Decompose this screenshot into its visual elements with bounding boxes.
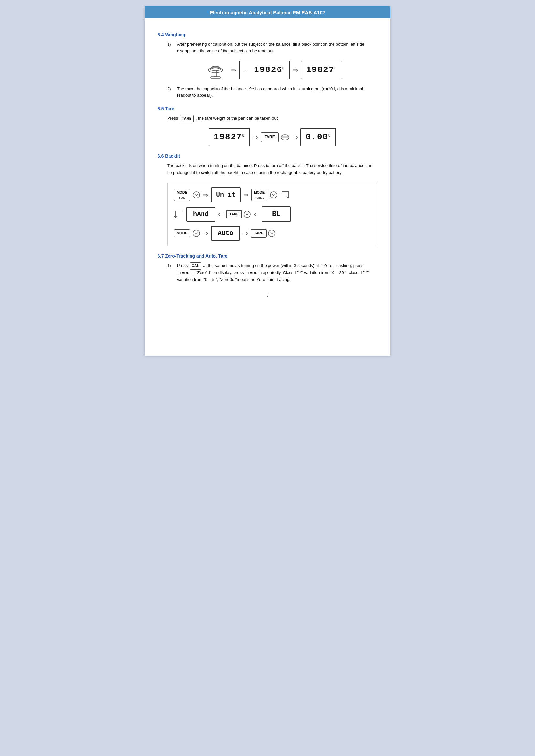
list-num-67-1: 1) xyxy=(167,262,174,283)
tare-button-67-2: TARE xyxy=(245,270,259,277)
svg-point-11 xyxy=(270,192,277,198)
arrow-bl-4: ⇒ xyxy=(254,209,259,220)
circle-icon-1 xyxy=(192,191,200,199)
circle-icon-4 xyxy=(192,230,200,237)
display-65-after: 0.00g xyxy=(300,128,336,147)
list-num-2: 2) xyxy=(167,86,174,99)
section-65-title: 6.5 Tare xyxy=(157,106,378,111)
backlit-desc: The backlit is on when turning on the ba… xyxy=(167,163,378,176)
arrow-bl-6: ⇒ xyxy=(242,228,248,238)
circle-icon-5 xyxy=(268,230,276,237)
arrow-1: ⇒ xyxy=(231,65,237,75)
section-67-title: 6.7 Zero-Tracking and Auto. Tare xyxy=(157,254,378,258)
display-65-before: 19827g xyxy=(209,128,250,147)
display-unit: Un it xyxy=(211,187,241,202)
mode-btn-1: MODE 3 sec xyxy=(174,189,190,201)
backlit-diagram: MODE 3 sec ⇒ Un it ⇒ MODE 4 times xyxy=(167,182,378,246)
balance-icon xyxy=(203,61,228,80)
cal-button: CAL xyxy=(189,262,202,270)
section-64-body: 1) After preheating or calibration, put … xyxy=(167,41,378,99)
backlit-row1: MODE 3 sec ⇒ Un it ⇒ MODE 4 times xyxy=(174,187,371,202)
arrow-2: ⇒ xyxy=(293,65,298,75)
display-64-1: . 19826g xyxy=(239,61,291,79)
arrow-65-2: ⇒ xyxy=(293,132,298,143)
circle-icon-3 xyxy=(243,210,251,218)
display-64-2: 19827g xyxy=(301,61,342,79)
mode-btn-2: MODE 4 times xyxy=(251,189,267,201)
list-item-67-1: 1) Press CAL at the same time as turning… xyxy=(167,262,378,283)
arrow-bl-5: ⇒ xyxy=(203,228,208,238)
section-66-body: The backlit is on when turning on the ba… xyxy=(167,163,378,246)
header-title: Electromagnetic Analytical Balance FM-EA… xyxy=(210,10,325,15)
page-content: 6.4 Weighing 1) After preheating or cali… xyxy=(145,18,390,314)
tare-button-inline: TARE xyxy=(180,115,194,122)
section-64-title: 6.4 Weighing xyxy=(157,32,378,37)
list-num-1: 1) xyxy=(167,41,174,55)
tare-button-67-1: TARE xyxy=(178,270,191,277)
mode-btn-3: MODE xyxy=(174,230,190,237)
corner-arrow-left xyxy=(174,209,184,219)
svg-rect-1 xyxy=(214,70,217,77)
pan-icon xyxy=(280,132,290,142)
tare-intro: Press TARE , the tare weight of the pan … xyxy=(167,115,378,122)
display-auto: Auto xyxy=(211,226,240,241)
tare-circle-cell2: TARE xyxy=(251,229,276,237)
tare-btn-bl: TARE xyxy=(226,210,242,219)
svg-point-14 xyxy=(268,230,275,237)
list-text-67-1: Press CAL at the same time as turning on… xyxy=(177,262,378,283)
page: Electromagnetic Analytical Balance FM-EA… xyxy=(145,7,390,356)
list-item-64-2: 2) The max. the capacity of the balance … xyxy=(167,86,378,99)
page-header: Electromagnetic Analytical Balance FM-EA… xyxy=(145,7,390,18)
tare-circle-cell: TARE xyxy=(226,210,251,219)
page-number: 8 xyxy=(157,293,378,304)
svg-point-12 xyxy=(244,211,250,218)
section-67-body: 1) Press CAL at the same time as turning… xyxy=(167,262,378,283)
svg-point-13 xyxy=(193,230,200,237)
arrow-65-1: ⇒ xyxy=(253,132,258,143)
diagram-65: 19827g ⇒ TARE ⇒ 0.00g xyxy=(167,128,378,147)
section-66-title: 6.6 Backlit xyxy=(157,153,378,159)
arrow-bl-1: ⇒ xyxy=(203,190,208,200)
diagram-64: ⇒ . 19826g ⇒ 19827g xyxy=(167,61,378,80)
svg-point-10 xyxy=(193,192,200,198)
list-item-64-1: 1) After preheating or calibration, put … xyxy=(167,41,378,55)
display-hand: hAnd xyxy=(186,207,215,222)
list-text-1: After preheating or calibration, put the… xyxy=(177,41,378,55)
backlit-row3: MODE ⇒ Auto ⇒ TARE xyxy=(174,226,371,241)
tare-btn-diagram: TARE xyxy=(261,132,279,142)
circle-icon-2 xyxy=(270,191,277,199)
arrow-bl-3: ⇒ xyxy=(218,209,223,220)
display-bl: BL xyxy=(262,206,291,222)
list-text-2: The max. the capacity of the balance +9e… xyxy=(177,86,378,99)
tare-btn-cell: TARE xyxy=(261,132,290,142)
arrow-bl-2: ⇒ xyxy=(243,190,249,200)
backlit-row2: hAnd ⇒ TARE ⇒ BL xyxy=(174,206,371,222)
corner-arrow-down xyxy=(280,190,290,200)
tare-btn-bl2: TARE xyxy=(251,229,267,237)
section-65-body: Press TARE , the tare weight of the pan … xyxy=(167,115,378,147)
